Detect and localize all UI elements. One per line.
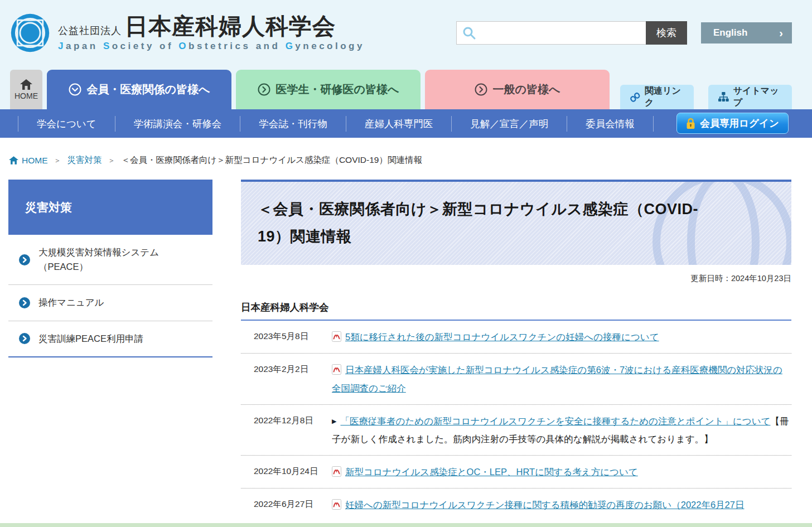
home-icon — [9, 156, 18, 165]
document-row: 2022年6月27日 妊婦への新型コロナウイルスワクチン接種に関する積極的勧奨の… — [241, 489, 791, 521]
home-icon — [20, 79, 32, 90]
document-link[interactable]: 5類に移行された後の新型コロナウイルスワクチンの妊婦への接種について — [345, 332, 659, 342]
document-row: 2023年2月2日 日本産婦人科医会が実施した新型コロナウイルス感染症の第6波・… — [241, 354, 791, 404]
nav-item-specialists[interactable]: 産婦人科専門医 — [346, 116, 452, 132]
document-date: 2023年2月2日 — [254, 361, 332, 397]
document-link[interactable]: 日本産婦人科医会が実施した新型コロナウイルス感染症の第6波・7波における産科医療… — [332, 365, 782, 393]
related-links-button[interactable]: 関連リンク — [620, 85, 694, 109]
breadcrumb-separator: ＞ — [54, 156, 61, 166]
chevron-right-circle-icon — [19, 297, 30, 308]
search-input[interactable] — [456, 21, 646, 45]
document-row: 2023年5月8日 5類に移行された後の新型コロナウイルスワクチンの妊婦への接種… — [241, 321, 791, 354]
site-title: 日本産科婦人科学会 — [125, 14, 336, 39]
chevron-right-circle-icon — [475, 83, 487, 96]
utility-tabs: 関連リンク サイトマップ — [620, 85, 792, 109]
document-link[interactable]: 妊婦への新型コロナウイルスワクチン接種に関する積極的勧奨の再度のお願い（2022… — [345, 500, 744, 510]
chevron-right-icon: › — [779, 27, 783, 38]
related-links-label: 関連リンク — [645, 85, 684, 109]
nav-item-statements[interactable]: 見解／宣言／声明 — [451, 116, 567, 132]
sidebar-item-label: 災害訓練PEACE利用申請 — [38, 332, 143, 346]
chevron-right-circle-icon — [19, 254, 30, 265]
search-button[interactable]: 検索 — [646, 21, 687, 45]
pdf-icon[interactable] — [332, 499, 341, 510]
sidebar-item-label: 大規模災害対策情報システム（PEACE） — [38, 245, 206, 274]
breadcrumb-home-link[interactable]: HOME — [9, 156, 48, 166]
document-date: 2022年6月27日 — [254, 496, 332, 514]
nav-item-about[interactable]: 学会について — [18, 116, 115, 132]
tab-students[interactable]: 医学生・研修医の皆様へ — [236, 70, 420, 109]
site-logo-link[interactable]: 公益社団法人 日本産科婦人科学会 Japan Society of Obstet… — [9, 12, 365, 54]
breadcrumb-separator: ＞ — [108, 156, 115, 166]
nav-item-committees[interactable]: 委員会情報 — [567, 116, 654, 132]
pdf-icon[interactable] — [332, 466, 341, 477]
tab-home-label: HOME — [14, 91, 38, 100]
sidebar-item-peace-application[interactable]: 災害訓練PEACE利用申請 — [8, 321, 212, 357]
site-subtitle: Japan Society of Obstetrics and Gynecolo… — [58, 41, 365, 52]
chevron-down-circle-icon — [69, 83, 81, 96]
search-icon — [462, 26, 476, 40]
chevron-right-circle-icon — [19, 333, 30, 344]
page-title: ＜会員・医療関係者向け＞新型コロナウイルス感染症（COVID-19）関連情報 — [258, 196, 708, 250]
breadcrumb-section-link[interactable]: 災害対策 — [67, 154, 102, 166]
content-area: 災害対策 大規模災害対策情報システム（PEACE） 操作マニュアル 災害訓練PE… — [0, 180, 812, 521]
org-type-label: 公益社団法人 — [58, 24, 122, 37]
sitemap-icon — [718, 91, 729, 103]
main-column: ＜会員・医療関係者向け＞新型コロナウイルス感染症（COVID-19）関連情報 更… — [241, 180, 791, 521]
tab-members[interactable]: 会員・医療関係の皆様へ — [47, 70, 231, 109]
breadcrumb-current-page: ＜会員・医療関係者向け＞新型コロナウイルス感染症（COVID-19）関連情報 — [122, 154, 422, 166]
document-row: 2022年12月8日 ▶「医療従事者のための新型コロナウイルスワクチンを安全に接… — [241, 405, 791, 456]
primary-nav: 学会について 学術講演会・研修会 学会誌・刊行物 産婦人科専門医 見解／宣言／声… — [0, 109, 812, 138]
link-icon — [630, 91, 640, 103]
updated-date: 更新日時：2024年10月23日 — [241, 273, 791, 284]
search-box: 検索 — [456, 21, 687, 45]
page-title-box: ＜会員・医療関係者向け＞新型コロナウイルス感染症（COVID-19）関連情報 — [241, 180, 791, 265]
sidebar-item-peace-system[interactable]: 大規模災害対策情報システム（PEACE） — [8, 235, 212, 285]
document-link[interactable]: 新型コロナウイルス感染症とOC・LEP、HRTに関する考え方について — [345, 467, 638, 477]
nav-item-meetings[interactable]: 学術講演会・研修会 — [115, 116, 240, 132]
pdf-icon[interactable] — [332, 331, 341, 342]
sidebar-title: 災害対策 — [8, 180, 212, 235]
tab-public-label: 一般の皆様へ — [493, 82, 560, 97]
english-button-label: English — [713, 27, 747, 38]
document-date: 2022年10月24日 — [254, 463, 332, 481]
breadcrumb-home-label: HOME — [22, 156, 48, 166]
sidebar-item-label: 操作マニュアル — [38, 296, 104, 310]
search-area: 検索 English › — [456, 21, 792, 45]
society-logo-icon — [9, 12, 51, 54]
breadcrumb: HOME ＞ 災害対策 ＞ ＜会員・医療関係者向け＞新型コロナウイルス感染症（C… — [0, 138, 812, 180]
pdf-icon[interactable] — [332, 364, 341, 375]
sidebar-disaster: 災害対策 大規模災害対策情報システム（PEACE） 操作マニュアル 災害訓練PE… — [8, 180, 212, 357]
lock-icon — [686, 118, 695, 129]
tab-public[interactable]: 一般の皆様へ — [425, 70, 610, 109]
sidebar-item-manual[interactable]: 操作マニュアル — [8, 285, 212, 321]
nav-item-publications[interactable]: 学会誌・刊行物 — [240, 116, 346, 132]
document-date: 2023年5月8日 — [254, 328, 332, 346]
site-header: 公益社団法人 日本産科婦人科学会 Japan Society of Obstet… — [0, 0, 812, 66]
footer-top-strip — [0, 523, 812, 527]
document-date: 2022年12月8日 — [254, 412, 332, 448]
sitemap-label: サイトマップ — [733, 85, 782, 109]
triangle-bullet-icon: ▶ — [332, 418, 336, 424]
document-link[interactable]: 「医療従事者のための新型コロナウイルスワクチンを安全に接種するための注意とポイン… — [340, 416, 770, 426]
english-button[interactable]: English › — [701, 22, 792, 43]
tab-members-label: 会員・医療関係の皆様へ — [87, 82, 210, 97]
chevron-right-circle-icon — [258, 83, 270, 96]
sitemap-button[interactable]: サイトマップ — [708, 85, 792, 109]
section-title: 日本産科婦人科学会 — [241, 301, 791, 321]
member-login-label: 会員専用ログイン — [700, 117, 779, 130]
tab-students-label: 医学生・研修医の皆様へ — [276, 82, 399, 97]
document-row: 2022年10月24日 新型コロナウイルス感染症とOC・LEP、HRTに関する考… — [241, 456, 791, 489]
tab-home[interactable]: HOME — [10, 70, 42, 109]
audience-tab-bar: HOME 会員・医療関係の皆様へ 医学生・研修医の皆様へ 一般の皆様へ — [0, 66, 812, 109]
member-login-button[interactable]: 会員専用ログイン — [676, 113, 789, 134]
